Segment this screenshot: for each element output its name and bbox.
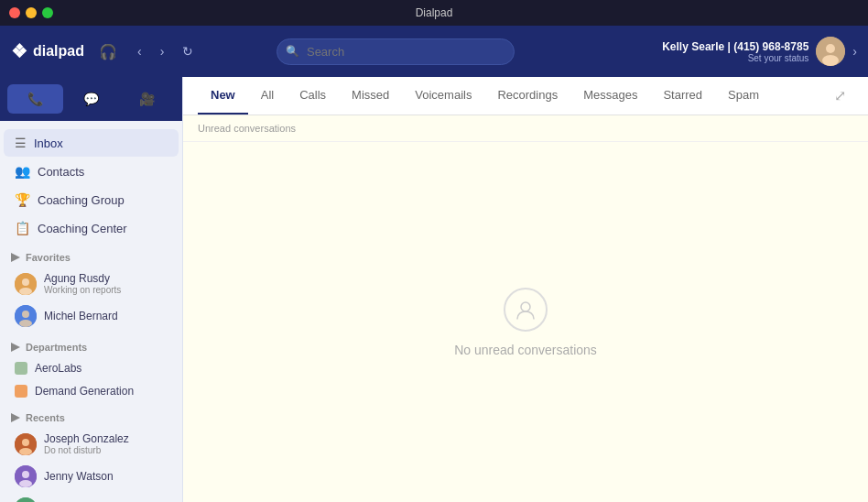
svg-point-6 xyxy=(19,288,32,295)
window-title: Dialpad xyxy=(416,6,453,19)
contact-status-agung: Working on reports xyxy=(44,285,168,295)
avatar-darshan xyxy=(15,497,37,502)
favorite-agung-rusdy[interactable]: Agung Rusdy Working on reports xyxy=(4,267,179,300)
avatar-joseph xyxy=(15,433,37,455)
user-info: Kelly Searle | (415) 968-8785 Set your s… xyxy=(662,37,857,66)
contact-name-michel: Michel Bernard xyxy=(44,310,168,322)
messages-tab-button[interactable]: 💬 xyxy=(63,84,119,114)
svg-point-2 xyxy=(822,55,839,66)
tab-voicemails[interactable]: Voicemails xyxy=(402,77,484,115)
dept-name-demand-gen: Demand Generation xyxy=(35,385,134,398)
sidebar-item-coaching-center[interactable]: 📋 Coaching Center xyxy=(4,214,179,242)
logo-icon: ❖ xyxy=(11,40,27,62)
svg-point-5 xyxy=(22,278,29,286)
svg-marker-10 xyxy=(11,343,20,352)
recent-darshan-patel[interactable]: Darshan Patel xyxy=(4,493,179,502)
close-dot[interactable] xyxy=(9,7,20,18)
svg-marker-11 xyxy=(11,413,20,422)
minimize-dot[interactable] xyxy=(26,7,37,18)
tab-starred[interactable]: Starred xyxy=(650,77,715,115)
departments-section-header[interactable]: Departments xyxy=(0,333,182,356)
expand-icon[interactable]: › xyxy=(852,44,857,59)
coaching-center-icon: 📋 xyxy=(15,221,30,235)
user-status: Set your status xyxy=(662,53,808,63)
dept-dot-aerolabs xyxy=(15,362,27,375)
svg-point-30 xyxy=(521,302,530,311)
search-input[interactable] xyxy=(277,38,515,65)
favorite-michel-bernard[interactable]: Michel Bernard xyxy=(4,300,179,332)
favorites-section-header[interactable]: Favorites xyxy=(0,243,182,267)
content-area: New All Calls Missed Voicemails Recordin… xyxy=(183,77,868,502)
headset-button[interactable]: 🎧 xyxy=(92,39,125,64)
avatar-jenny xyxy=(15,465,37,487)
recents-section-header[interactable]: Recents xyxy=(0,403,182,427)
search-bar: 🔍 xyxy=(277,38,515,65)
sidebar: 📞 💬 🎥 ☰ Inbox 👥 Contacts 🏆 Coaching Grou… xyxy=(0,77,183,502)
maximize-dot[interactable] xyxy=(42,7,53,18)
sidebar-item-inbox[interactable]: ☰ Inbox xyxy=(4,129,179,157)
refresh-button[interactable]: ↻ xyxy=(177,40,199,62)
dept-demand-gen[interactable]: Demand Generation xyxy=(4,380,179,402)
dept-dot-demand-gen xyxy=(15,385,27,398)
tab-all[interactable]: All xyxy=(248,77,287,115)
contact-name-agung: Agung Rusdy xyxy=(44,272,168,285)
empty-state: No unread conversations xyxy=(183,142,868,502)
main-layout: 📞 💬 🎥 ☰ Inbox 👥 Contacts 🏆 Coaching Grou… xyxy=(0,77,868,502)
tab-spam[interactable]: Spam xyxy=(715,77,772,115)
contact-info-jenny: Jenny Watson xyxy=(44,470,168,483)
contact-info-michel: Michel Bernard xyxy=(44,310,168,322)
svg-point-14 xyxy=(19,448,32,455)
dept-aerolabs[interactable]: AeroLabs xyxy=(4,357,179,379)
contact-status-joseph: Do not disturb xyxy=(44,445,168,455)
contact-info-joseph: Joseph Gonzalez Do not disturb xyxy=(44,432,168,455)
sidebar-item-inbox-label: Inbox xyxy=(34,136,63,150)
sidebar-item-contacts-label: Contacts xyxy=(38,165,84,179)
departments-label: Departments xyxy=(26,342,87,353)
empty-avatar-icon xyxy=(504,288,548,332)
unread-label: Unread conversations xyxy=(198,123,296,134)
svg-point-8 xyxy=(22,311,29,318)
tab-recordings[interactable]: Recordings xyxy=(484,77,570,115)
contacts-icon: 👥 xyxy=(15,164,30,179)
svg-point-13 xyxy=(22,439,29,446)
unread-conversations-header: Unread conversations xyxy=(183,115,868,142)
logo-text: dialpad xyxy=(33,43,84,60)
coaching-group-icon: 🏆 xyxy=(15,192,30,207)
recents-label: Recents xyxy=(26,412,65,423)
user-name: Kelly Searle | (415) 968-8785 xyxy=(662,40,808,53)
svg-point-1 xyxy=(826,44,835,53)
svg-point-16 xyxy=(22,471,29,478)
tab-messages[interactable]: Messages xyxy=(570,77,650,115)
tab-missed[interactable]: Missed xyxy=(339,77,402,115)
sidebar-nav: ☰ Inbox 👥 Contacts 🏆 Coaching Group 📋 Co… xyxy=(0,121,182,502)
favorites-label: Favorites xyxy=(26,252,71,263)
avatar-michel-bernard xyxy=(15,305,37,327)
dept-name-aerolabs: AeroLabs xyxy=(35,362,81,375)
avatar-agung-rusdy xyxy=(15,273,37,295)
user-avatar[interactable] xyxy=(816,37,845,66)
tab-new[interactable]: New xyxy=(198,77,248,115)
svg-point-18 xyxy=(15,497,37,502)
svg-point-9 xyxy=(19,320,32,327)
svg-point-17 xyxy=(19,480,32,487)
inbox-icon: ☰ xyxy=(15,136,27,150)
tabs-action-button[interactable]: ⤢ xyxy=(827,80,853,112)
tab-calls[interactable]: Calls xyxy=(287,77,339,115)
back-button[interactable]: ‹ xyxy=(132,40,147,62)
sidebar-item-coaching-group[interactable]: 🏆 Coaching Group xyxy=(4,186,179,213)
tab-icons-bar: 📞 💬 🎥 xyxy=(0,77,182,121)
recent-jenny-watson[interactable]: Jenny Watson xyxy=(4,461,179,492)
sidebar-item-coaching-group-label: Coaching Group xyxy=(38,193,125,207)
search-icon: 🔍 xyxy=(286,45,299,58)
recent-joseph-gonzalez[interactable]: Joseph Gonzalez Do not disturb xyxy=(4,428,179,460)
svg-marker-3 xyxy=(11,253,20,262)
title-bar: Dialpad xyxy=(0,0,868,26)
sidebar-item-coaching-center-label: Coaching Center xyxy=(38,222,127,235)
phone-tab-button[interactable]: 📞 xyxy=(7,84,63,114)
video-tab-button[interactable]: 🎥 xyxy=(119,84,175,114)
contact-info-agung: Agung Rusdy Working on reports xyxy=(44,272,168,295)
sidebar-item-contacts[interactable]: 👥 Contacts xyxy=(4,158,179,185)
logo: ❖ dialpad xyxy=(11,40,84,62)
forward-button[interactable]: › xyxy=(155,40,170,62)
tabs-bar: New All Calls Missed Voicemails Recordin… xyxy=(183,77,868,115)
